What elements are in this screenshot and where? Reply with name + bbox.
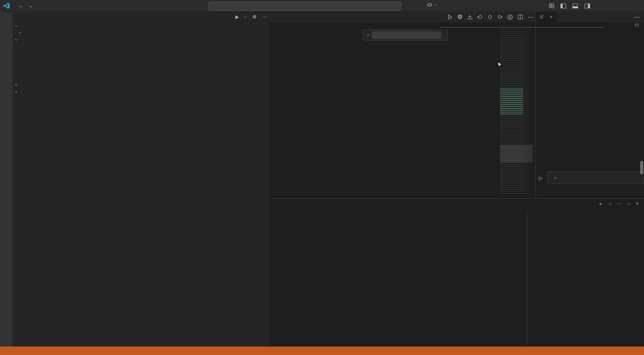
copilot-icon: [427, 2, 433, 8]
vscode-window: ← → ▶: [0, 0, 644, 355]
title-bar: ← →: [0, 0, 644, 12]
circle-icon[interactable]: [487, 14, 493, 20]
editor-group-interactive: × ⋯ ▷: [536, 12, 644, 198]
run-file-icon[interactable]: [507, 14, 513, 20]
debug-launch-picker[interactable]: ▶ ⚙ ⋯: [235, 14, 267, 20]
interactive-input[interactable]: ▷: [537, 171, 644, 184]
chevron-down-icon[interactable]: [608, 202, 612, 206]
gear-icon[interactable]: ⚙: [252, 15, 257, 19]
history-nav: ← →: [18, 3, 33, 8]
chevron-down-icon: [14, 90, 18, 94]
maximize-panel-icon[interactable]: [627, 202, 631, 206]
debug-run-menu-icon[interactable]: [447, 14, 453, 20]
minimap[interactable]: [500, 29, 533, 194]
command-center[interactable]: [208, 2, 401, 11]
window-icon: [635, 23, 639, 27]
editor-group-main: ⚙ ⋯: [270, 12, 536, 198]
find-widget: [363, 30, 448, 40]
enter-key-chip: [553, 178, 557, 178]
gear-icon[interactable]: ⚙: [457, 14, 463, 20]
editor-actions: ⚙ ⋯: [447, 12, 534, 22]
install-icon[interactable]: [467, 14, 473, 20]
close-panel-icon[interactable]: ×: [636, 201, 639, 206]
mouse-cursor: [496, 62, 503, 70]
close-icon[interactable]: ×: [550, 14, 552, 20]
watch-list: [13, 43, 270, 82]
window-controls: [601, 0, 624, 12]
find-expand-icon[interactable]: [366, 32, 370, 39]
interactive-tabs: × ⋯: [536, 12, 644, 22]
new-terminal-icon[interactable]: ＋: [598, 201, 603, 207]
tab-interactive[interactable]: ×: [536, 12, 557, 22]
callstack-section-header[interactable]: [13, 82, 270, 89]
panel-actions: ＋ ⋯ ×: [598, 199, 639, 209]
run-cell-icon[interactable]: ▷: [537, 175, 544, 181]
chevron-down-icon: [14, 83, 18, 87]
layout-controls: [549, 0, 590, 12]
nav-back-icon[interactable]: ←: [18, 3, 24, 8]
status-bar: [0, 347, 644, 355]
more-actions-icon[interactable]: ⋯: [262, 14, 267, 20]
more-actions-icon[interactable]: ⋯: [634, 12, 644, 22]
activity-bar: [0, 12, 13, 347]
more-actions-icon[interactable]: ⋯: [528, 13, 534, 21]
bottom-panel: ＋ ⋯ ×: [270, 198, 644, 347]
terminal-output[interactable]: [274, 211, 524, 346]
nav-forward-circle-icon[interactable]: [497, 14, 503, 20]
chevron-down-icon: [14, 24, 18, 28]
minimap-slider[interactable]: [500, 145, 533, 162]
chevron-down-icon: [14, 38, 18, 42]
toggle-sidebar-icon[interactable]: [560, 3, 566, 9]
copilot-menu[interactable]: [427, 2, 437, 8]
chevron-down-icon: [434, 3, 437, 7]
terminal-sessions-list: [528, 211, 644, 346]
chevron-down-icon: [18, 31, 22, 35]
toggle-panel-icon[interactable]: [572, 3, 578, 9]
terminal-splitter[interactable]: [527, 211, 527, 346]
debug-hover-popup: [440, 27, 604, 28]
breadcrumb: [270, 22, 535, 29]
breakpoints-section-header[interactable]: [13, 89, 270, 95]
variables-section-header[interactable]: [13, 22, 270, 29]
vscode-logo-icon: [3, 2, 10, 9]
customize-layout-icon[interactable]: [549, 3, 554, 8]
interactive-window-icon: [540, 15, 544, 19]
editor-area: ⚙ ⋯: [270, 12, 644, 198]
more-actions-icon[interactable]: ⋯: [617, 201, 622, 206]
find-input[interactable]: [372, 31, 441, 39]
split-editor-icon[interactable]: [518, 14, 523, 20]
toggle-secondary-sidebar-icon[interactable]: [584, 3, 590, 9]
nav-back-circle-icon[interactable]: [477, 14, 483, 20]
start-debug-icon[interactable]: ▶: [235, 14, 239, 20]
watch-section-header[interactable]: [13, 36, 270, 43]
run-and-debug-sidebar: ▶ ⚙ ⋯: [13, 12, 270, 347]
nav-forward-icon[interactable]: →: [28, 3, 33, 8]
kernel-indicator[interactable]: [635, 23, 641, 27]
locals-scope-header[interactable]: [13, 29, 270, 36]
chevron-down-icon: [243, 15, 247, 19]
code-editor[interactable]: [270, 29, 535, 198]
sidebar-header: ▶ ⚙ ⋯: [13, 12, 270, 22]
scrollbar[interactable]: [640, 161, 643, 174]
